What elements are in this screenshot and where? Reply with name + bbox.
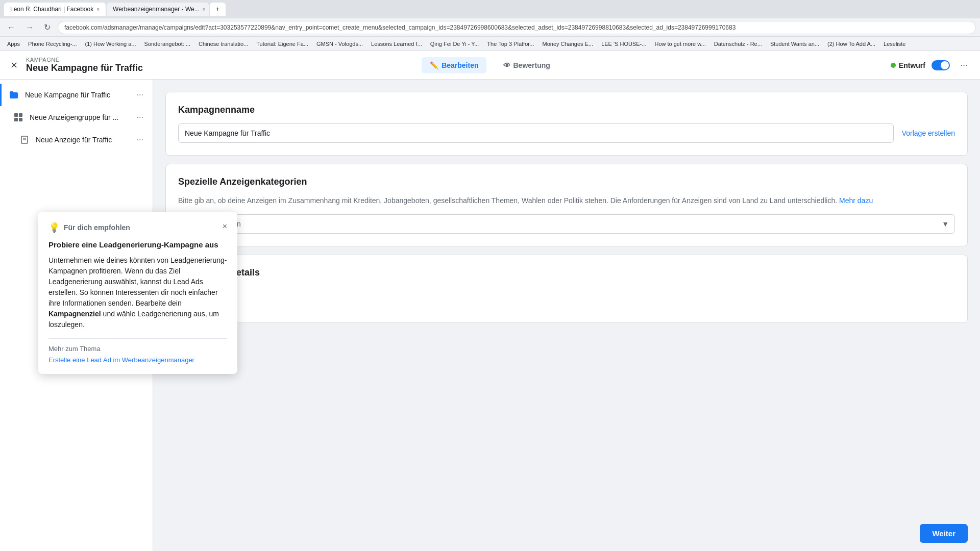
sidebar-adgroup-menu[interactable]: ··· — [134, 112, 146, 123]
svg-rect-3 — [19, 118, 22, 121]
popup-header: 💡 Für dich empfohlen × — [48, 222, 227, 233]
tab-2-label: Werbeanzeigenmanager - We... — [113, 6, 200, 13]
popup-headline: Probiere eine Leadgenerierung-Kampagne a… — [48, 239, 227, 250]
special-categories-section: Spezielle Anzeigenkategorien Bitte gib a… — [165, 164, 968, 246]
bookmark-3[interactable]: Sonderangebot: ... — [141, 40, 194, 48]
popup-title-row: 💡 Für dich empfohlen — [48, 222, 130, 233]
bookmark-12[interactable]: How to get more w... — [651, 40, 708, 48]
tab-new[interactable]: + — [210, 3, 226, 16]
forward-button[interactable]: → — [22, 21, 37, 34]
bookmark-9[interactable]: The Top 3 Platfor... — [484, 40, 537, 48]
header-right: Entwurf ··· — [891, 58, 972, 72]
address-text: facebook.com/adsmanager/manage/campaigns… — [64, 24, 736, 31]
toggle-knob — [941, 61, 949, 69]
pencil-icon: ✏️ — [430, 61, 438, 69]
sidebar-campaign-label: Neue Kampagne für Traffic — [25, 91, 129, 99]
sidebar-item-ad[interactable]: Neue Anzeige für Traffic ··· — [0, 129, 153, 151]
bearbeiten-label: Bearbeiten — [442, 61, 478, 69]
bookmark-apps[interactable]: Apps — [4, 40, 23, 48]
folder-icon — [8, 89, 20, 101]
popup-body: Unternehmen wie deines könnten von Leadg… — [48, 255, 227, 330]
show-more-link[interactable]: n anzeigen ▼ — [178, 302, 955, 310]
sidebar-campaign-menu[interactable]: ··· — [134, 89, 146, 101]
tab-1-close[interactable]: × — [96, 7, 100, 12]
nav-bar: ← → ↻ facebook.com/adsmanager/manage/cam… — [0, 18, 980, 37]
bookmark-8[interactable]: Qing Fei De Yi - Y... — [427, 40, 482, 48]
popup-close-button[interactable]: × — [223, 222, 227, 231]
template-link[interactable]: Vorlage erstellen — [902, 129, 955, 137]
campaign-name-input[interactable] — [178, 123, 894, 143]
header-left: ✕ Kampagne Neue Kampagne für Traffic — [8, 57, 143, 73]
special-categories-desc: Bitte gib an, ob deine Anzeigen im Zusam… — [178, 195, 955, 206]
recommendation-popup: 💡 Für dich empfohlen × Probiere eine Lea… — [38, 212, 237, 374]
popup-body-text1: Unternehmen wie deines könnten von Leadg… — [48, 256, 227, 307]
app-header: ✕ Kampagne Neue Kampagne für Traffic ✏️ … — [0, 51, 980, 80]
svg-rect-0 — [14, 113, 18, 117]
categories-dropdown[interactable]: Keine angegebenKrediteBeschäftigungWohnr… — [178, 214, 955, 234]
sidebar-item-adgroup[interactable]: Neue Anzeigengruppe für ... ··· — [0, 106, 153, 129]
popup-more-label: Mehr zum Thema — [48, 345, 227, 353]
header-center: ✏️ Bearbeiten 👁 Bewertung — [422, 57, 558, 73]
weiter-button[interactable]: Weiter — [920, 524, 968, 543]
bookmark-7[interactable]: Lessons Learned f... — [368, 40, 425, 48]
tab-2[interactable]: Werbeanzeigenmanager - We... × — [107, 3, 209, 16]
back-button[interactable]: ← — [4, 21, 18, 34]
bookmark-1[interactable]: Phone Recycling-... — [25, 40, 80, 48]
file-icon — [18, 134, 31, 146]
tab-bar: Leon R. Chaudhari | Facebook × Werbeanze… — [4, 3, 976, 16]
show-more-container: n anzeigen ▼ — [178, 302, 955, 310]
sidebar-ad-menu[interactable]: ··· — [134, 134, 146, 145]
toggle-switch[interactable] — [932, 60, 950, 70]
header-title-block: Kampagne Neue Kampagne für Traffic — [26, 57, 143, 73]
bookmark-5[interactable]: Tutorial: Eigene Fa... — [253, 40, 311, 48]
bottom-bar: Weiter — [908, 516, 980, 551]
tab-1-label: Leon R. Chaudhari | Facebook — [10, 6, 93, 13]
reload-button[interactable]: ↻ — [41, 20, 54, 34]
bookmark-14[interactable]: Student Wants an... — [767, 40, 822, 48]
tab-1[interactable]: Leon R. Chaudhari | Facebook × — [4, 3, 106, 16]
svg-rect-1 — [19, 113, 22, 117]
more-button[interactable]: ··· — [956, 58, 972, 72]
sidebar-adgroup-label: Neue Anzeigengruppe für ... — [30, 113, 129, 121]
content-area: Kampagnenname Vorlage erstellen Speziell… — [153, 80, 980, 551]
campaign-name-form-row: Vorlage erstellen — [178, 123, 955, 143]
bookmark-15[interactable]: (2) How To Add A... — [824, 40, 878, 48]
bulb-icon: 💡 — [48, 222, 60, 233]
bearbeiten-button[interactable]: ✏️ Bearbeiten — [422, 57, 486, 73]
bookmark-4[interactable]: Chinese translatio... — [195, 40, 251, 48]
close-button[interactable]: ✕ — [8, 58, 20, 73]
header-subtitle: Kampagne — [26, 57, 143, 63]
status-badge: Entwurf — [891, 61, 925, 69]
info-row: ℹ — [178, 286, 955, 296]
bewertung-button[interactable]: 👁 Bewertung — [495, 57, 558, 73]
address-bar[interactable]: facebook.com/adsmanager/manage/campaigns… — [58, 21, 976, 34]
details-title: Kampagnendetails — [178, 267, 955, 278]
bookmark-10[interactable]: Money Changes E... — [539, 40, 596, 48]
bewertung-label: Bewertung — [513, 61, 550, 69]
svg-rect-2 — [14, 118, 18, 121]
grid-icon — [12, 111, 24, 123]
special-categories-desc-text: Bitte gib an, ob deine Anzeigen im Zusam… — [178, 196, 837, 205]
bookmark-11[interactable]: LEE 'S HOUSE-... — [598, 40, 649, 48]
special-categories-title: Spezielle Anzeigenkategorien — [178, 177, 955, 187]
sidebar-item-campaign[interactable]: Neue Kampagne für Traffic ··· — [0, 84, 153, 106]
bookmark-2[interactable]: (1) How Working a... — [82, 40, 139, 48]
bookmark-16[interactable]: Leseliste — [880, 40, 909, 48]
eye-icon: 👁 — [503, 61, 510, 69]
header-title: Neue Kampagne für Traffic — [26, 63, 143, 73]
tab-2-close[interactable]: × — [203, 7, 206, 12]
sidebar-ad-label: Neue Anzeige für Traffic — [36, 136, 129, 144]
popup-title: Für dich empfohlen — [64, 223, 130, 232]
bookmark-13[interactable]: Datenschutz - Re... — [711, 40, 765, 48]
browser-chrome: Leon R. Chaudhari | Facebook × Werbeanze… — [0, 0, 980, 18]
campaign-name-title: Kampagnenname — [178, 105, 955, 115]
popup-link[interactable]: Erstelle eine Lead Ad im Werbeanzeigenma… — [48, 356, 194, 364]
mehr-dazu-link[interactable]: Mehr dazu — [839, 196, 873, 205]
dropdown-container: Keine angegebenKrediteBeschäftigungWohnr… — [178, 214, 955, 234]
campaign-name-section: Kampagnenname Vorlage erstellen — [165, 92, 968, 156]
status-label: Entwurf — [899, 61, 925, 69]
campaign-details-section: Kampagnendetails ℹ n anzeigen ▼ — [165, 255, 968, 323]
status-dot — [891, 63, 896, 68]
bookmark-6[interactable]: GMSN - Vologds... — [313, 40, 366, 48]
popup-footer: Mehr zum Thema Erstelle eine Lead Ad im … — [48, 338, 227, 364]
